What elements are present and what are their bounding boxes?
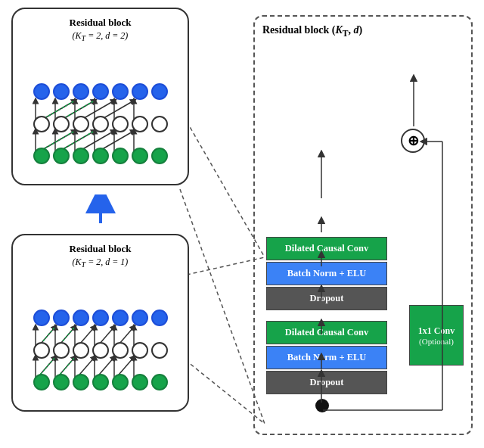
node bbox=[53, 342, 70, 359]
node bbox=[53, 116, 70, 132]
node bbox=[151, 116, 168, 132]
dilated-causal-conv-1: Dilated Causal Conv bbox=[266, 237, 387, 260]
svg-line-0 bbox=[180, 110, 265, 257]
right-residual-block: Residual block (KT, d) bbox=[253, 15, 473, 435]
node bbox=[73, 342, 89, 359]
node bbox=[112, 374, 129, 390]
node bbox=[53, 310, 70, 326]
dropout-2: Dropout bbox=[266, 371, 387, 394]
node bbox=[53, 148, 70, 164]
svg-line-1 bbox=[180, 189, 265, 424]
plus-circle: ⊕ bbox=[401, 129, 425, 153]
right-block-title: Residual block (KT, d) bbox=[262, 24, 464, 39]
node bbox=[73, 116, 89, 132]
bottom-box-white-row bbox=[19, 342, 182, 359]
node bbox=[151, 374, 168, 390]
node bbox=[112, 342, 129, 359]
node bbox=[112, 116, 129, 132]
conv-label-line1: 1x1 Conv bbox=[418, 325, 455, 337]
node bbox=[33, 310, 50, 326]
node bbox=[92, 116, 109, 132]
node bbox=[53, 374, 70, 390]
batch-norm-elu-2: Batch Norm + ELU bbox=[266, 346, 387, 369]
node bbox=[92, 148, 109, 164]
layer-stack: Dilated Causal Conv Batch Norm + ELU Dro… bbox=[266, 237, 387, 396]
dropout-1: Dropout bbox=[266, 287, 387, 310]
dilated-causal-conv-2: Dilated Causal Conv bbox=[266, 321, 387, 344]
node bbox=[92, 310, 109, 326]
node bbox=[33, 342, 50, 359]
node bbox=[33, 148, 50, 164]
node bbox=[73, 310, 89, 326]
plus-symbol: ⊕ bbox=[408, 132, 419, 149]
node bbox=[73, 83, 89, 100]
top-box-title: Residual block (KT = 2, d = 2) bbox=[19, 17, 182, 43]
node bbox=[33, 116, 50, 132]
bottom-residual-box: Residual block (KT = 2, d = 1) bbox=[11, 234, 189, 412]
node bbox=[112, 83, 129, 100]
input-dot bbox=[315, 399, 329, 412]
bottom-box-title: Residual block (KT = 2, d = 1) bbox=[19, 243, 182, 269]
node bbox=[132, 148, 148, 164]
diagram-container: Residual block (KT = 2, d = 2) bbox=[0, 0, 484, 448]
blue-arrow-container bbox=[11, 194, 189, 225]
node bbox=[73, 374, 89, 390]
svg-line-3 bbox=[180, 356, 265, 424]
node bbox=[132, 374, 148, 390]
batch-norm-elu-1: Batch Norm + ELU bbox=[266, 262, 387, 285]
bottom-box-green-row bbox=[19, 374, 182, 390]
node bbox=[92, 342, 109, 359]
node bbox=[132, 83, 148, 100]
node bbox=[112, 310, 129, 326]
left-column: Residual block (KT = 2, d = 2) bbox=[11, 8, 189, 439]
conv-label-line2: (Optional) bbox=[419, 337, 454, 346]
node bbox=[53, 83, 70, 100]
blue-up-arrow bbox=[85, 194, 116, 225]
node bbox=[132, 116, 148, 132]
node bbox=[33, 374, 50, 390]
top-residual-box: Residual block (KT = 2, d = 2) bbox=[11, 8, 189, 185]
node bbox=[151, 342, 168, 359]
node bbox=[92, 374, 109, 390]
conv-1x1-box: 1x1 Conv (Optional) bbox=[409, 305, 464, 366]
node bbox=[73, 148, 89, 164]
top-box-blue-row bbox=[19, 83, 182, 100]
node bbox=[112, 148, 129, 164]
top-box-green-row bbox=[19, 148, 182, 164]
bottom-box-blue-row bbox=[19, 310, 182, 326]
node bbox=[92, 83, 109, 100]
node bbox=[151, 310, 168, 326]
node bbox=[151, 148, 168, 164]
node bbox=[132, 342, 148, 359]
svg-line-2 bbox=[180, 257, 265, 276]
node bbox=[151, 83, 168, 100]
node bbox=[132, 310, 148, 326]
node bbox=[33, 83, 50, 100]
top-box-white-row bbox=[19, 116, 182, 132]
